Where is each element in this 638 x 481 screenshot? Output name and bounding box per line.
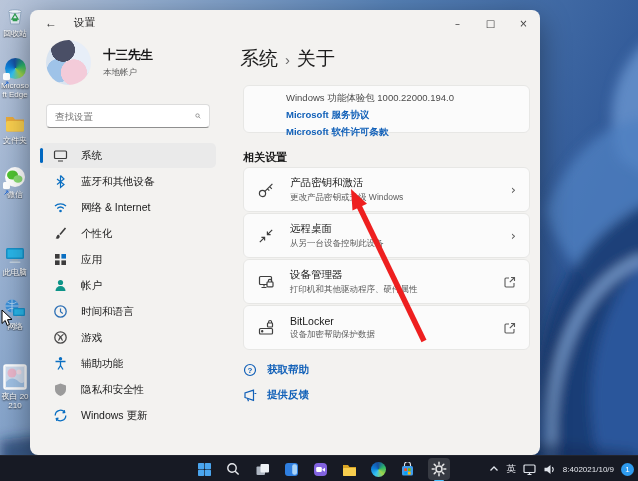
widgets-button[interactable] xyxy=(283,461,299,477)
row-subtitle: 更改产品密钥或升级 Windows xyxy=(290,192,511,204)
edge-button[interactable] xyxy=(370,461,386,477)
chat-button[interactable] xyxy=(312,461,328,477)
recycle-bin-icon xyxy=(4,5,26,27)
titlebar[interactable]: ← 设置 – □ × xyxy=(30,10,540,36)
row-title: 设备管理器 xyxy=(290,268,504,282)
widgets-icon xyxy=(284,462,299,477)
avatar xyxy=(46,40,91,85)
row-subtitle: 从另一台设备控制此设备 xyxy=(290,238,511,250)
breadcrumb-root[interactable]: 系统 xyxy=(240,48,278,69)
search-icon xyxy=(226,462,240,476)
back-icon: ← xyxy=(45,16,57,30)
settings-window: ← 设置 – □ × 十三先生 本地帐户 系统 蓝牙和其他 xyxy=(30,10,540,455)
desktop-icon-network[interactable]: 网络 xyxy=(0,298,30,331)
sidebar-item-gaming[interactable]: 游戏 xyxy=(40,325,216,350)
sidebar-item-accessibility[interactable]: 辅助功能 xyxy=(40,351,216,376)
file-explorer-button[interactable] xyxy=(341,461,357,477)
desktop-icon-this-pc[interactable]: 此电脑 xyxy=(0,244,30,277)
feedback-icon xyxy=(243,388,257,402)
taskbar: 英 8:40 2021/10/9 1 xyxy=(0,455,638,481)
sidebar-item-privacy-security[interactable]: 隐私和安全性 xyxy=(40,377,216,402)
settings-sidebar: 十三先生 本地帐户 系统 蓝牙和其他设备 网络 & Internet xyxy=(30,36,226,455)
minimize-icon: – xyxy=(455,18,460,29)
software-license-link[interactable]: Microsoft 软件许可条款 xyxy=(286,126,388,139)
network-tray-icon xyxy=(523,463,536,476)
search-input[interactable] xyxy=(47,111,195,122)
sidebar-item-apps[interactable]: 应用 xyxy=(40,247,216,272)
start-button[interactable] xyxy=(196,461,212,477)
ime-indicator[interactable]: 英 xyxy=(506,463,516,476)
settings-search[interactable] xyxy=(46,104,210,128)
desktop-icon-image-file[interactable]: 夜白 20210 xyxy=(0,364,30,410)
teams-chat-icon xyxy=(313,462,328,477)
sidebar-item-time-language[interactable]: 时间和语言 xyxy=(40,299,216,324)
desktop-icon-recycle-bin[interactable]: 回收站 xyxy=(0,5,30,38)
wechat-icon xyxy=(4,166,26,188)
desktop-icon-edge[interactable]: Microsoft Edge xyxy=(0,57,30,99)
get-help-link[interactable]: ? 获取帮助 xyxy=(243,363,309,377)
sidebar-item-network-internet[interactable]: 网络 & Internet xyxy=(40,195,216,220)
search-icon xyxy=(195,110,201,122)
desktop-icon-wechat[interactable]: 微信 xyxy=(0,166,30,199)
task-view-button[interactable] xyxy=(254,461,270,477)
network-icon xyxy=(4,298,26,320)
tray-clock[interactable]: 8:40 2021/10/9 xyxy=(563,465,614,474)
brush-icon xyxy=(53,226,68,241)
close-icon: × xyxy=(519,18,527,29)
shield-icon xyxy=(53,382,68,397)
sidebar-item-accounts[interactable]: 帐户 xyxy=(40,273,216,298)
user-profile[interactable]: 十三先生 本地帐户 xyxy=(46,40,153,85)
related-row-bitlocker[interactable]: BitLocker 设备加密帮助保护数据 xyxy=(243,305,530,350)
breadcrumb: 系统›关于 xyxy=(240,46,335,72)
help-icon: ? xyxy=(243,363,257,377)
xbox-icon xyxy=(53,330,68,345)
bitlocker-icon xyxy=(257,319,275,337)
sidebar-item-bluetooth-devices[interactable]: 蓝牙和其他设备 xyxy=(40,169,216,194)
back-button[interactable]: ← xyxy=(42,14,60,32)
window-title: 设置 xyxy=(74,16,95,30)
chevron-right-icon: › xyxy=(511,228,516,243)
clock-icon xyxy=(53,304,68,319)
row-title: BitLocker xyxy=(290,315,504,327)
tray-chevron-button[interactable] xyxy=(489,465,499,473)
gear-icon xyxy=(431,461,447,477)
related-row-device-manager[interactable]: 设备管理器 打印机和其他驱动程序、硬件属性 xyxy=(243,259,530,304)
breadcrumb-separator-icon: › xyxy=(278,51,297,68)
tray-volume-button[interactable] xyxy=(543,463,556,476)
tray-time: 8:40 xyxy=(563,465,579,474)
wifi-icon xyxy=(53,200,68,215)
image-thumbnail xyxy=(3,364,27,390)
close-button[interactable]: × xyxy=(507,10,540,36)
feature-experience-pack: Windows 功能体验包 1000.22000.194.0 xyxy=(286,92,529,105)
microsoft-store-icon xyxy=(400,462,415,477)
related-row-remote-desktop[interactable]: 远程桌面 从另一台设备控制此设备 › xyxy=(243,213,530,258)
edge-icon xyxy=(371,462,386,477)
services-agreement-link[interactable]: Microsoft 服务协议 xyxy=(286,109,369,122)
related-row-activation[interactable]: 产品密钥和激活 更改产品密钥或升级 Windows › xyxy=(243,167,530,212)
settings-main: 系统›关于 Windows 功能体验包 1000.22000.194.0 Mic… xyxy=(226,36,540,455)
task-view-icon xyxy=(255,462,270,477)
minimize-button[interactable]: – xyxy=(441,10,474,36)
remote-desktop-icon xyxy=(257,227,275,245)
taskbar-search-button[interactable] xyxy=(225,461,241,477)
row-title: 远程桌面 xyxy=(290,222,511,236)
svg-text:?: ? xyxy=(248,366,253,375)
give-feedback-link[interactable]: 提供反馈 xyxy=(243,388,309,402)
tray-date: 2021/10/9 xyxy=(578,465,614,474)
edge-icon xyxy=(4,57,26,79)
related-settings-header: 相关设置 xyxy=(243,150,287,165)
chevron-up-icon xyxy=(489,465,499,473)
sidebar-item-personalization[interactable]: 个性化 xyxy=(40,221,216,246)
file-explorer-icon xyxy=(342,462,357,477)
tray-network-button[interactable] xyxy=(523,463,536,476)
store-button[interactable] xyxy=(399,461,415,477)
row-subtitle: 设备加密帮助保护数据 xyxy=(290,329,504,341)
sidebar-item-system[interactable]: 系统 xyxy=(40,143,216,168)
maximize-button[interactable]: □ xyxy=(474,10,507,36)
notification-badge[interactable]: 1 xyxy=(621,463,634,476)
row-subtitle: 打印机和其他驱动程序、硬件属性 xyxy=(290,284,504,296)
accessibility-icon xyxy=(53,356,68,371)
sidebar-item-windows-update[interactable]: Windows 更新 xyxy=(40,403,216,428)
settings-button[interactable] xyxy=(428,458,450,480)
desktop-icon-folder[interactable]: 文件夹 xyxy=(0,112,30,145)
